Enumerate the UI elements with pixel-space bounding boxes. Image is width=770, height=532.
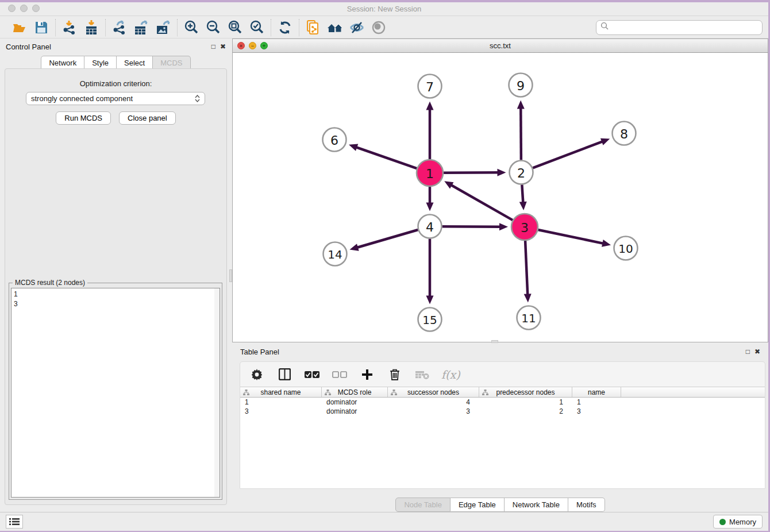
table-panel-title: Table Panel [240, 348, 279, 356]
main-toolbar [0, 17, 768, 38]
edge-3-11[interactable] [525, 241, 528, 295]
column-header-predecessor-nodes[interactable]: predecessor nodes [479, 387, 572, 397]
run-mcds-button[interactable]: Run MCDS [56, 111, 111, 125]
minimize-window-button[interactable] [20, 5, 28, 12]
show-details-icon[interactable] [370, 19, 387, 36]
arrowhead-icon [600, 138, 610, 145]
hide-details-icon[interactable] [348, 19, 365, 36]
node-label: 9 [517, 79, 525, 93]
network-graph[interactable]: 7968124314101511 [233, 53, 768, 341]
network-close-button[interactable]: × [237, 42, 245, 49]
network-maximize-button[interactable]: + [260, 42, 268, 49]
close-panel-icon[interactable]: ✖ [220, 43, 226, 50]
chevron-updown-icon [195, 95, 200, 102]
search-input[interactable] [612, 23, 758, 32]
mcds-result-text[interactable]: 1 3 [11, 288, 220, 498]
tab-network-table[interactable]: Network Table [505, 498, 568, 512]
edge-2-9[interactable] [521, 107, 521, 160]
graph-node-7[interactable]: 7 [418, 75, 442, 98]
edge-2-8[interactable] [533, 141, 603, 168]
criterion-value: strongly connected component [31, 94, 133, 103]
node-label: 7 [426, 80, 434, 94]
zoom-selected-icon[interactable] [248, 19, 265, 36]
graph-node-11[interactable]: 11 [517, 306, 541, 330]
unselect-all-icon[interactable] [331, 366, 348, 383]
cell-MCDS-role: dominator [322, 398, 388, 406]
graph-node-15[interactable]: 15 [418, 308, 442, 331]
import-network-icon[interactable] [61, 19, 78, 36]
tab-node-table[interactable]: Node Table [395, 498, 451, 512]
tab-motifs[interactable]: Motifs [568, 498, 605, 512]
edge-4-14[interactable] [357, 230, 418, 248]
graph-node-1[interactable]: 1 [417, 160, 443, 186]
graph-node-14[interactable]: 14 [324, 242, 347, 266]
search-field[interactable] [596, 20, 763, 35]
export-image-icon[interactable] [155, 19, 172, 36]
column-header-shared-name[interactable]: shared name [240, 387, 322, 397]
refresh-icon[interactable] [276, 19, 294, 36]
network-minimize-button[interactable]: − [249, 42, 256, 49]
table-row[interactable]: 3dominator323 [240, 407, 765, 416]
zoom-out-icon[interactable] [205, 19, 222, 36]
close-table-panel-icon[interactable]: ✖ [754, 348, 760, 355]
optimization-criterion-label: Optimization criterion: [5, 79, 226, 88]
graph-node-6[interactable]: 6 [323, 128, 346, 152]
table-toolbar: f(x) [240, 362, 765, 387]
open-session-icon[interactable] [11, 19, 28, 36]
task-history-button[interactable] [6, 515, 23, 529]
add-column-icon[interactable] [359, 366, 376, 383]
mcds-result-title: MCDS result (2 nodes) [13, 279, 87, 287]
select-all-icon[interactable] [303, 366, 321, 383]
control-panel: Control Panel □ ✖ NetworkStyleSelectMCDS… [0, 38, 232, 514]
result-scrollbar[interactable] [214, 288, 220, 497]
float-panel-icon[interactable]: □ [211, 43, 215, 50]
save-session-icon[interactable] [33, 19, 50, 36]
column-layout-icon[interactable] [276, 366, 293, 383]
node-label: 4 [426, 220, 434, 234]
edge-2-3[interactable] [522, 184, 523, 203]
graph-node-9[interactable]: 9 [509, 74, 533, 97]
export-table-icon[interactable] [133, 19, 150, 36]
column-header-MCDS-role[interactable]: MCDS role [322, 387, 388, 397]
node-label: 6 [330, 133, 338, 148]
zoom-in-icon[interactable] [183, 19, 200, 36]
edge-3-10[interactable] [538, 230, 603, 244]
graph-node-3[interactable]: 3 [511, 214, 538, 240]
delete-icon[interactable] [386, 366, 403, 383]
edge-3-1[interactable] [451, 185, 513, 220]
window-controls[interactable] [8, 5, 40, 12]
network-titlebar[interactable]: × − + scc.txt [232, 38, 768, 53]
close-window-button[interactable] [8, 5, 16, 12]
table-row[interactable]: 1dominator411 [240, 398, 765, 407]
node-label: 1 [426, 167, 434, 181]
maximize-window-button[interactable] [32, 5, 40, 12]
graph-node-10[interactable]: 10 [614, 237, 638, 260]
status-bar: Memory [0, 512, 768, 531]
horizontal-splitter[interactable] [491, 340, 498, 343]
graph-node-2[interactable]: 2 [510, 161, 533, 184]
network-canvas[interactable]: 7968124314101511 [232, 53, 768, 342]
graph-node-4[interactable]: 4 [418, 215, 442, 238]
memory-button[interactable]: Memory [713, 515, 763, 529]
edge-1-6[interactable] [356, 147, 417, 168]
clone-network-icon[interactable] [305, 19, 322, 36]
edge-1-2[interactable] [444, 172, 499, 173]
edge-4-3[interactable] [442, 226, 500, 227]
cell-name: 1 [572, 398, 621, 406]
column-header-successor-nodes[interactable]: successor nodes [388, 387, 479, 397]
close-panel-button[interactable]: Close panel [119, 111, 176, 125]
export-network-icon[interactable] [111, 19, 128, 36]
column-header-name[interactable]: name [572, 387, 621, 397]
mcds-result-group: MCDS result (2 nodes) 1 3 [9, 283, 222, 500]
cell-successor-nodes: 4 [388, 398, 479, 406]
import-table-icon[interactable] [83, 19, 100, 36]
float-table-panel-icon[interactable]: □ [746, 348, 750, 355]
first-neighbors-icon[interactable] [326, 19, 344, 36]
mcds-panel: Optimization criterion: strongly connect… [5, 68, 227, 505]
graph-node-8[interactable]: 8 [613, 122, 636, 145]
tab-edge-table[interactable]: Edge Table [451, 498, 505, 512]
node-label: 3 [521, 221, 529, 235]
criterion-select[interactable]: strongly connected component [26, 92, 205, 105]
zoom-fit-icon[interactable] [226, 19, 244, 36]
gear-icon[interactable] [248, 366, 265, 383]
